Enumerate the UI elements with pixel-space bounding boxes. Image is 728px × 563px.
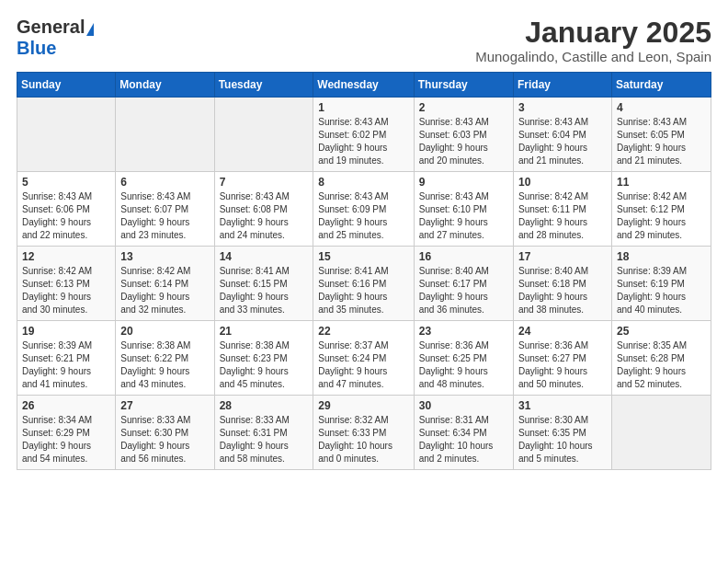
day-number: 19 [22,325,110,338]
day-number: 27 [120,399,209,412]
day-info: Sunrise: 8:43 AM Sunset: 6:03 PM Dayligh… [419,116,508,167]
weekday-tuesday: Tuesday [214,73,313,98]
logo-text: General [17,17,94,38]
day-info: Sunrise: 8:39 AM Sunset: 6:21 PM Dayligh… [22,339,110,391]
day-cell: 13Sunrise: 8:42 AM Sunset: 6:14 PM Dayli… [116,247,214,321]
day-info: Sunrise: 8:42 AM Sunset: 6:13 PM Dayligh… [22,265,110,316]
day-number: 26 [22,399,110,412]
day-cell [214,98,313,172]
month-title: January 2025 [475,17,711,49]
day-info: Sunrise: 8:41 AM Sunset: 6:15 PM Dayligh… [220,265,309,316]
day-cell: 2Sunrise: 8:43 AM Sunset: 6:03 PM Daylig… [414,98,513,172]
day-number: 31 [518,399,607,412]
day-number: 7 [220,176,309,189]
day-info: Sunrise: 8:40 AM Sunset: 6:18 PM Dayligh… [518,265,607,316]
day-cell [116,98,214,172]
day-number: 4 [617,101,706,114]
day-info: Sunrise: 8:30 AM Sunset: 6:35 PM Dayligh… [518,414,607,465]
week-row-5: 26Sunrise: 8:34 AM Sunset: 6:29 PM Dayli… [17,396,711,470]
day-number: 18 [617,250,706,263]
day-info: Sunrise: 8:34 AM Sunset: 6:29 PM Dayligh… [22,414,110,465]
weekday-wednesday: Wednesday [313,73,414,98]
day-number: 25 [617,325,706,338]
day-cell: 30Sunrise: 8:31 AM Sunset: 6:34 PM Dayli… [414,396,513,470]
day-cell: 14Sunrise: 8:41 AM Sunset: 6:15 PM Dayli… [214,247,313,321]
day-cell: 19Sunrise: 8:39 AM Sunset: 6:21 PM Dayli… [17,321,116,396]
day-cell: 1Sunrise: 8:43 AM Sunset: 6:02 PM Daylig… [313,98,414,172]
day-info: Sunrise: 8:41 AM Sunset: 6:16 PM Dayligh… [318,265,408,316]
logo-blue-text: Blue [17,38,56,59]
day-info: Sunrise: 8:32 AM Sunset: 6:33 PM Dayligh… [318,414,408,465]
day-cell: 24Sunrise: 8:36 AM Sunset: 6:27 PM Dayli… [513,321,611,396]
day-number: 13 [120,250,209,263]
day-info: Sunrise: 8:43 AM Sunset: 6:08 PM Dayligh… [220,190,309,242]
day-cell: 12Sunrise: 8:42 AM Sunset: 6:13 PM Dayli… [17,247,116,321]
day-info: Sunrise: 8:37 AM Sunset: 6:24 PM Dayligh… [318,339,408,391]
day-number: 30 [419,399,508,412]
day-cell: 21Sunrise: 8:38 AM Sunset: 6:23 PM Dayli… [214,321,313,396]
day-info: Sunrise: 8:33 AM Sunset: 6:30 PM Dayligh… [120,414,209,465]
day-info: Sunrise: 8:39 AM Sunset: 6:19 PM Dayligh… [617,265,706,316]
day-info: Sunrise: 8:43 AM Sunset: 6:07 PM Dayligh… [120,190,209,242]
weekday-saturday: Saturday [611,73,711,98]
day-number: 22 [318,325,408,338]
day-cell: 26Sunrise: 8:34 AM Sunset: 6:29 PM Dayli… [17,396,116,470]
day-number: 20 [120,325,209,338]
day-cell: 18Sunrise: 8:39 AM Sunset: 6:19 PM Dayli… [611,247,711,321]
day-cell: 10Sunrise: 8:42 AM Sunset: 6:11 PM Dayli… [513,172,611,247]
day-number: 23 [419,325,508,338]
day-number: 1 [318,101,408,114]
day-number: 8 [318,176,408,189]
day-info: Sunrise: 8:33 AM Sunset: 6:31 PM Dayligh… [220,414,309,465]
day-cell: 7Sunrise: 8:43 AM Sunset: 6:08 PM Daylig… [214,172,313,247]
day-cell: 5Sunrise: 8:43 AM Sunset: 6:06 PM Daylig… [17,172,116,247]
day-cell: 29Sunrise: 8:32 AM Sunset: 6:33 PM Dayli… [313,396,414,470]
weekday-monday: Monday [116,73,214,98]
day-cell: 28Sunrise: 8:33 AM Sunset: 6:31 PM Dayli… [214,396,313,470]
calendar-table: SundayMondayTuesdayWednesdayThursdayFrid… [17,72,711,470]
day-cell [611,396,711,470]
day-info: Sunrise: 8:36 AM Sunset: 6:25 PM Dayligh… [419,339,508,391]
day-number: 17 [518,250,607,263]
day-info: Sunrise: 8:43 AM Sunset: 6:10 PM Dayligh… [419,190,508,242]
weekday-header-row: SundayMondayTuesdayWednesdayThursdayFrid… [17,73,711,98]
day-cell: 8Sunrise: 8:43 AM Sunset: 6:09 PM Daylig… [313,172,414,247]
day-number: 14 [220,250,309,263]
day-number: 11 [617,176,706,189]
day-number: 15 [318,250,408,263]
day-cell: 22Sunrise: 8:37 AM Sunset: 6:24 PM Dayli… [313,321,414,396]
day-number: 12 [22,250,110,263]
day-number: 16 [419,250,508,263]
title-block: January 2025 Munogalindo, Castille and L… [475,17,711,64]
day-cell: 25Sunrise: 8:35 AM Sunset: 6:28 PM Dayli… [611,321,711,396]
day-info: Sunrise: 8:35 AM Sunset: 6:28 PM Dayligh… [617,339,706,391]
day-number: 28 [220,399,309,412]
day-info: Sunrise: 8:40 AM Sunset: 6:17 PM Dayligh… [419,265,508,316]
day-number: 9 [419,176,508,189]
week-row-3: 12Sunrise: 8:42 AM Sunset: 6:13 PM Dayli… [17,247,711,321]
day-cell: 16Sunrise: 8:40 AM Sunset: 6:17 PM Dayli… [414,247,513,321]
day-number: 29 [318,399,408,412]
week-row-1: 1Sunrise: 8:43 AM Sunset: 6:02 PM Daylig… [17,98,711,172]
day-info: Sunrise: 8:43 AM Sunset: 6:04 PM Dayligh… [518,116,607,167]
logo-icon [86,23,94,36]
page-container: General Blue January 2025 Munogalindo, C… [0,0,728,479]
day-number: 24 [518,325,607,338]
logo: General Blue [17,17,94,59]
day-cell: 31Sunrise: 8:30 AM Sunset: 6:35 PM Dayli… [513,396,611,470]
day-info: Sunrise: 8:42 AM Sunset: 6:14 PM Dayligh… [120,265,209,316]
weekday-friday: Friday [513,73,611,98]
logo-general: General [17,17,85,37]
weekday-sunday: Sunday [17,73,116,98]
day-cell: 27Sunrise: 8:33 AM Sunset: 6:30 PM Dayli… [116,396,214,470]
day-cell: 20Sunrise: 8:38 AM Sunset: 6:22 PM Dayli… [116,321,214,396]
day-cell: 11Sunrise: 8:42 AM Sunset: 6:12 PM Dayli… [611,172,711,247]
day-info: Sunrise: 8:38 AM Sunset: 6:23 PM Dayligh… [220,339,309,391]
day-info: Sunrise: 8:42 AM Sunset: 6:11 PM Dayligh… [518,190,607,242]
day-cell: 6Sunrise: 8:43 AM Sunset: 6:07 PM Daylig… [116,172,214,247]
day-cell: 9Sunrise: 8:43 AM Sunset: 6:10 PM Daylig… [414,172,513,247]
day-number: 3 [518,101,607,114]
day-info: Sunrise: 8:42 AM Sunset: 6:12 PM Dayligh… [617,190,706,242]
day-info: Sunrise: 8:36 AM Sunset: 6:27 PM Dayligh… [518,339,607,391]
day-number: 21 [220,325,309,338]
